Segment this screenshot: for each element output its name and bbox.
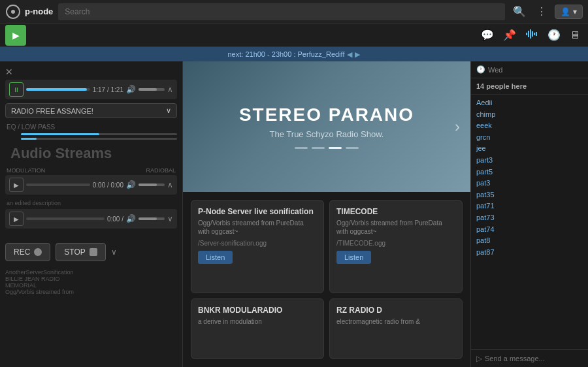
- svg-rect-6: [534, 33, 535, 35]
- volume-icon-3: 🔊: [126, 214, 136, 223]
- avatar-chevron: ▾: [573, 7, 577, 16]
- history-icon-button[interactable]: 🕐: [545, 26, 563, 44]
- search-input[interactable]: [58, 3, 505, 20]
- play-button-3[interactable]: ▶: [9, 212, 24, 226]
- collapse-button-2[interactable]: ∧: [167, 180, 173, 189]
- waveform-icon-button[interactable]: [523, 26, 541, 44]
- chat-user-grcn[interactable]: grcn: [476, 132, 583, 144]
- hero-subtitle: The True Schyzo Radio Show.: [270, 129, 384, 139]
- radio-name: RADIO FREE ASSANGE!: [11, 107, 93, 115]
- station-name-2: TIMECODE: [336, 207, 455, 216]
- chat-user-pat87[interactable]: pat87: [476, 247, 583, 259]
- progress-bar-2[interactable]: [26, 184, 90, 186]
- play-button-2[interactable]: ▶: [9, 178, 24, 192]
- stop-label: STOP: [64, 247, 85, 257]
- eq-slider-1[interactable]: [21, 133, 177, 135]
- hero-dot-2[interactable]: [312, 147, 325, 149]
- chat-input-row: ▷: [471, 349, 588, 367]
- hero-title: STEREO PARANO: [239, 104, 414, 125]
- hero-dot-3[interactable]: [329, 147, 342, 149]
- svg-rect-7: [536, 32, 537, 36]
- station-name-3: BNKR MODULARADIO: [198, 306, 317, 315]
- volume-slider-1[interactable]: [139, 88, 165, 91]
- chat-user-pat35[interactable]: pat35: [476, 189, 583, 201]
- progress-fill-1: [26, 88, 87, 91]
- left-panel: ✕ ⏸ 1:17 / 1:21 🔊 ∧ RADIO FREE ASSANGE!: [0, 61, 183, 367]
- player-icons: 💬 📌 🕐 🖥: [478, 26, 583, 44]
- avatar-button[interactable]: 👤 ▾: [555, 5, 583, 19]
- progress-bar-3[interactable]: [26, 217, 105, 220]
- hero-dot-4[interactable]: [346, 147, 359, 149]
- chat-user-aedii[interactable]: Aedii: [476, 97, 583, 109]
- main-play-button[interactable]: ▶: [5, 25, 26, 46]
- screen-icon-button[interactable]: 🖥: [567, 26, 583, 44]
- collapse-button-1[interactable]: ∧: [167, 85, 173, 94]
- station-name-4: RZ RADIO D: [336, 306, 455, 315]
- station-desc-1: Ogg/Vorbis streamed from PureData with o…: [198, 219, 317, 236]
- chat-user-pat3[interactable]: pat3: [476, 178, 583, 189]
- chat-user-jee[interactable]: jee: [476, 143, 583, 155]
- avatar-icon: 👤: [561, 7, 570, 16]
- chat-user-pat73[interactable]: pat73: [476, 212, 583, 224]
- listen-button-1[interactable]: Listen: [198, 251, 233, 264]
- eq-slider-2[interactable]: [21, 138, 177, 140]
- volume-slider-3[interactable]: [139, 217, 165, 220]
- pin-icon-button[interactable]: 📌: [500, 26, 519, 44]
- hero-dot-1[interactable]: [295, 147, 308, 149]
- rec-dot-icon: [34, 248, 42, 256]
- bottom-text-2: BILLIE JEAN RADIO: [5, 276, 177, 282]
- chat-user-part5[interactable]: part5: [476, 167, 583, 178]
- stop-button[interactable]: STOP: [56, 243, 105, 261]
- more-options-button[interactable]: ⋮: [534, 3, 549, 20]
- chat-icon-button[interactable]: 💬: [478, 26, 497, 44]
- rec-button[interactable]: REC: [5, 243, 50, 261]
- prev-arrow-icon[interactable]: ◀: [347, 50, 352, 59]
- stream-label-modulation: MODULATION: [7, 167, 45, 174]
- rec-label: REC: [14, 247, 30, 257]
- svg-rect-5: [532, 31, 533, 37]
- main-layout: ✕ ⏸ 1:17 / 1:21 🔊 ∧ RADIO FREE ASSANGE!: [0, 61, 588, 367]
- bottom-text-1: AnotherServerSonification: [5, 269, 177, 276]
- chat-user-eeek[interactable]: eeek: [476, 120, 583, 132]
- next-arrow-icon[interactable]: ▶: [355, 50, 360, 59]
- chat-user-pat71[interactable]: pat71: [476, 200, 583, 212]
- audio-controls-row-2: ▶ 0:00 / 0:00 🔊 ∧: [5, 175, 177, 195]
- center-panel: STEREO PARANO The True Schyzo Radio Show…: [183, 61, 470, 367]
- pause-button[interactable]: ⏸: [9, 82, 24, 97]
- search-button[interactable]: 🔍: [510, 3, 529, 20]
- close-button[interactable]: ✕: [5, 67, 13, 77]
- chat-user-pat8[interactable]: pat8: [476, 235, 583, 247]
- station-card-3: BNKR MODULARADIO a derive in modulation: [191, 298, 324, 359]
- radio-select[interactable]: RADIO FREE ASSANGE! ∨: [5, 103, 177, 118]
- station-desc-4: electromagnetic radio from &: [336, 317, 455, 326]
- chat-input[interactable]: [485, 355, 583, 362]
- audio-player-section: ⏸ 1:17 / 1:21 🔊 ∧ RADIO FREE ASSANGE! ∨: [0, 74, 182, 238]
- eq-slider-row-2: [5, 138, 177, 140]
- svg-rect-4: [530, 29, 531, 39]
- rec-stop-row: REC STOP ∨: [0, 238, 182, 266]
- volume-icon-2: 🔊: [126, 180, 136, 189]
- station-desc-3: a derive in modulation: [198, 317, 317, 326]
- time-display-3: 0:00 /: [107, 215, 123, 223]
- volume-slider-2[interactable]: [139, 184, 165, 186]
- progress-bar-1[interactable]: [26, 88, 90, 91]
- expand-button[interactable]: ∨: [111, 247, 117, 257]
- collapse-button-3[interactable]: ∨: [167, 214, 173, 223]
- next-bar: next: 21h00 - 23h00 : Perfuzz_Rediff ◀ ▶: [0, 47, 588, 61]
- chat-user-pat74[interactable]: pat74: [476, 224, 583, 236]
- logo-text: p-node: [25, 7, 53, 16]
- eq-section-label: EQ / LOW PASS: [5, 123, 177, 131]
- station-name-1: P-Node Server live sonification: [198, 207, 317, 216]
- volume-icon-1: 🔊: [126, 85, 136, 94]
- listen-button-2[interactable]: Listen: [336, 251, 371, 264]
- station-url-1: /Server-sonification.ogg: [198, 240, 317, 247]
- hero-next-arrow[interactable]: ›: [455, 118, 460, 136]
- logo-area: p-node: [5, 4, 53, 20]
- clock-icon: 🕐: [476, 65, 485, 74]
- chat-user-part3[interactable]: part3: [476, 155, 583, 167]
- logo-icon: [5, 4, 21, 20]
- audio-streams-title: Audio Streams: [5, 142, 177, 165]
- bottom-ogg: Ogg/Vorbis streamed from: [5, 289, 177, 295]
- station-desc-2: Ogg/Vorbis streamed from PureData with o…: [336, 219, 455, 236]
- chat-user-chimp[interactable]: chimp: [476, 109, 583, 121]
